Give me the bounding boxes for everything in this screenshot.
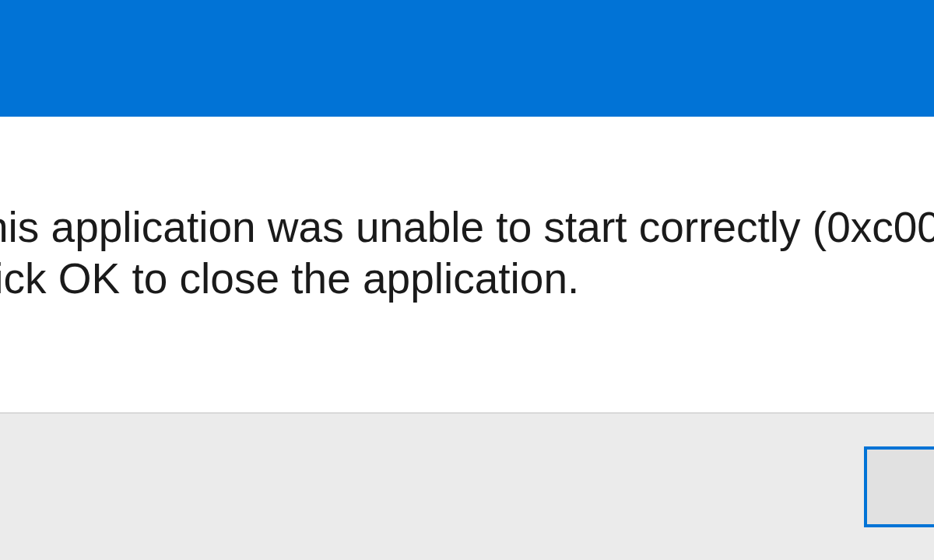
- error-dialog: his application was unable to start corr…: [0, 0, 934, 560]
- error-message-line1: his application was unable to start corr…: [0, 201, 934, 253]
- dialog-content: his application was unable to start corr…: [0, 117, 934, 412]
- dialog-button-bar: [0, 412, 934, 560]
- error-message-line2: lick OK to close the application.: [0, 253, 934, 304]
- ok-button[interactable]: [864, 446, 934, 527]
- dialog-titlebar[interactable]: [0, 0, 934, 117]
